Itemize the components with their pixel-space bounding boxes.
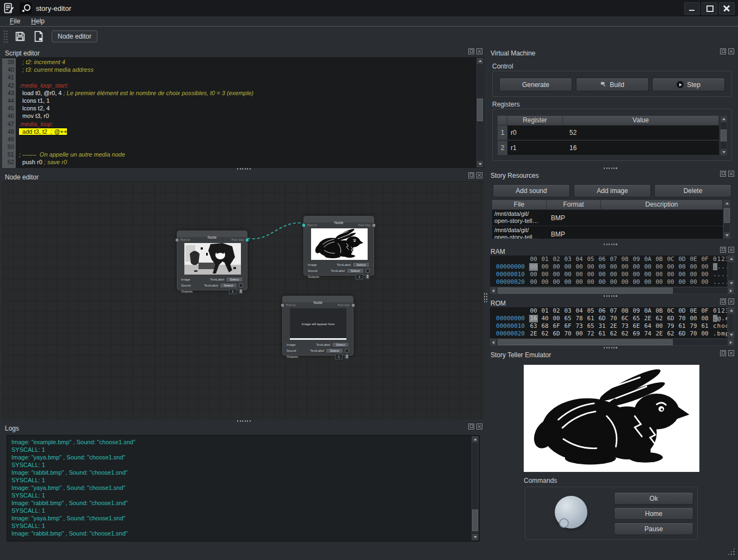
scroll-down-arrow[interactable] bbox=[728, 332, 734, 338]
log-output[interactable]: Image: "example.bmp" , Sound: "choose1.s… bbox=[7, 435, 480, 542]
rom-hex-grid[interactable]: 000102030405060708090A0B0C0D0E0F01234567… bbox=[490, 307, 727, 338]
splitter-handle[interactable] bbox=[604, 347, 618, 349]
outputs-spinbox-value[interactable]: 1 bbox=[356, 274, 363, 279]
add-image-button[interactable]: Add image bbox=[574, 184, 651, 197]
scroll-up-arrow[interactable] bbox=[721, 116, 727, 122]
scroll-thumb[interactable] bbox=[724, 208, 730, 223]
image-select-button[interactable]: Select bbox=[352, 262, 370, 267]
scroll-left-arrow[interactable] bbox=[491, 288, 497, 294]
outputs-spinbox-value[interactable]: 1 bbox=[229, 289, 237, 294]
scroll-down-arrow[interactable] bbox=[724, 232, 730, 238]
logs-scrollbar[interactable] bbox=[472, 436, 479, 540]
outputs-spinbox-arrows[interactable] bbox=[365, 273, 370, 279]
close-panel-icon[interactable] bbox=[476, 48, 482, 54]
sound-play-button[interactable] bbox=[239, 283, 243, 288]
scroll-up-arrow[interactable] bbox=[728, 256, 734, 262]
ram-horizontal-scrollbar[interactable] bbox=[490, 287, 734, 294]
splitter-handle[interactable] bbox=[604, 167, 618, 169]
float-panel-icon[interactable] bbox=[720, 48, 726, 54]
registers-table[interactable]: RegisterValue 1r0522r116 bbox=[498, 116, 719, 156]
format-column-header[interactable]: Format bbox=[547, 200, 601, 209]
port-out-dot[interactable] bbox=[246, 239, 249, 241]
float-panel-icon[interactable] bbox=[720, 247, 726, 253]
menu-item-help[interactable]: Help bbox=[26, 17, 50, 26]
ok-button[interactable]: Ok bbox=[614, 492, 693, 505]
port-in-dot[interactable] bbox=[281, 304, 284, 307]
close-panel-icon[interactable] bbox=[728, 48, 734, 54]
scroll-up-arrow[interactable] bbox=[472, 437, 478, 443]
window-resize-grip[interactable] bbox=[727, 547, 735, 556]
scroll-right-arrow[interactable] bbox=[728, 288, 734, 294]
ram-vertical-scrollbar[interactable] bbox=[728, 256, 734, 287]
generate-button[interactable]: Generate bbox=[499, 78, 572, 91]
splitter-handle[interactable] bbox=[604, 295, 618, 297]
node-title-bar[interactable]: Node bbox=[177, 231, 247, 237]
script-code-editor[interactable]: 39 ; t2: increment 440 ; t3: current med… bbox=[2, 57, 484, 168]
value-column-header[interactable]: Value bbox=[563, 116, 719, 125]
float-panel-icon[interactable] bbox=[720, 350, 726, 356]
outputs-spinbox-arrows[interactable] bbox=[238, 288, 243, 294]
scroll-thumb[interactable] bbox=[477, 98, 483, 121]
float-panel-icon[interactable] bbox=[720, 298, 726, 304]
resource-row[interactable]: /mnt/data/git/open-story-tell…BMP bbox=[492, 210, 723, 226]
splitter-handle[interactable] bbox=[237, 168, 251, 170]
delete-button[interactable]: Delete bbox=[654, 184, 731, 197]
float-panel-icon[interactable] bbox=[720, 171, 726, 177]
step-button[interactable]: Step bbox=[652, 78, 725, 91]
scroll-down-arrow[interactable] bbox=[728, 280, 734, 286]
maximize-button[interactable] bbox=[702, 2, 717, 15]
sound-play-button[interactable] bbox=[365, 269, 370, 273]
image-select-button[interactable]: Select bbox=[226, 277, 243, 282]
close-panel-icon[interactable] bbox=[728, 171, 734, 177]
close-panel-icon[interactable] bbox=[728, 298, 734, 304]
script-editor-scrollbar[interactable] bbox=[476, 58, 483, 167]
outputs-spinbox-value[interactable]: 1 bbox=[335, 354, 343, 359]
scroll-right-arrow[interactable] bbox=[728, 339, 734, 345]
port-out-dot[interactable] bbox=[352, 304, 355, 307]
port-in-dot[interactable] bbox=[302, 224, 305, 227]
splitter-handle[interactable] bbox=[237, 420, 251, 422]
image-select-button[interactable]: Select bbox=[332, 342, 349, 347]
ram-hex-grid[interactable]: 000102030405060708090A0B0C0D0E0F01234567… bbox=[490, 256, 727, 287]
float-panel-icon[interactable] bbox=[468, 424, 474, 430]
node-title-bar[interactable]: Node bbox=[283, 296, 353, 302]
menu-item-file[interactable]: File bbox=[4, 17, 26, 26]
description-column-header[interactable]: Description bbox=[601, 200, 723, 209]
port-out-dot[interactable] bbox=[373, 224, 375, 227]
scroll-up-arrow[interactable] bbox=[724, 201, 730, 207]
media-node-2[interactable]: Node Port In Port Out Image TextLabel Se… bbox=[303, 216, 374, 276]
sound-select-button[interactable]: Select bbox=[220, 283, 237, 288]
node-editor-toolbar-button[interactable]: Node editor bbox=[52, 30, 97, 42]
node-title-bar[interactable]: Node bbox=[304, 216, 374, 222]
scroll-thumb[interactable] bbox=[498, 339, 673, 345]
rom-horizontal-scrollbar[interactable] bbox=[490, 339, 734, 346]
sound-play-button[interactable] bbox=[345, 349, 349, 353]
build-button[interactable]: Build bbox=[576, 78, 649, 91]
resources-table[interactable]: FileFormatDescription /mnt/data/git/open… bbox=[492, 200, 723, 239]
port-in-dot[interactable] bbox=[176, 239, 178, 241]
scroll-thumb[interactable] bbox=[498, 288, 673, 294]
float-panel-icon[interactable] bbox=[468, 48, 474, 54]
register-row[interactable]: 2r116 bbox=[498, 141, 719, 156]
node-canvas[interactable]: Node Port In Port Out Image TextLabel Se… bbox=[2, 181, 484, 420]
float-panel-icon[interactable] bbox=[468, 172, 474, 178]
rom-vertical-scrollbar[interactable] bbox=[728, 307, 734, 338]
close-panel-icon[interactable] bbox=[476, 424, 482, 430]
scroll-thumb[interactable] bbox=[472, 509, 478, 531]
scroll-up-arrow[interactable] bbox=[477, 58, 483, 64]
pause-button[interactable]: Pause bbox=[614, 522, 693, 535]
close-button[interactable] bbox=[719, 2, 735, 15]
close-panel-icon[interactable] bbox=[476, 172, 482, 178]
home-button[interactable]: Home bbox=[614, 507, 693, 520]
minimize-button[interactable] bbox=[684, 2, 700, 15]
close-panel-icon[interactable] bbox=[728, 350, 734, 356]
scroll-thumb[interactable] bbox=[721, 129, 727, 141]
resource-row[interactable]: /mnt/data/git/open-story-tell…BMP bbox=[492, 226, 723, 239]
scroll-down-arrow[interactable] bbox=[477, 161, 483, 167]
export-file-icon[interactable] bbox=[32, 30, 45, 43]
sound-select-button[interactable]: Select bbox=[326, 348, 343, 353]
scroll-up-arrow[interactable] bbox=[728, 308, 734, 314]
add-sound-button[interactable]: Add sound bbox=[493, 184, 570, 197]
sound-select-button[interactable]: Select bbox=[346, 268, 364, 273]
register-row[interactable]: 1r052 bbox=[498, 126, 719, 141]
